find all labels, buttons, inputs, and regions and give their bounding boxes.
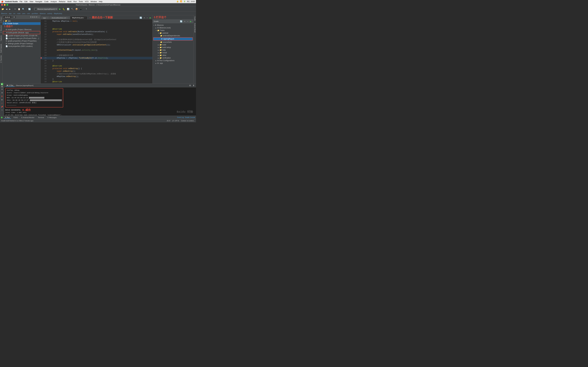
breadcrumb-mapactivity[interactable]: MapActivity (54, 13, 62, 14)
tab-app[interactable]: app × (41, 17, 49, 19)
bottom-terminal-btn[interactable]: Terminal (37, 116, 45, 119)
tree-item-build-gradle-module[interactable]: ⚙ build.gradle (Module: app) (3, 31, 40, 34)
console-close-btn[interactable]: × (1, 102, 3, 105)
breadcrumb-app[interactable]: app (9, 13, 12, 14)
tree-item-gradle-scripts[interactable]: ▼ ⚙ Gradle Scripts (3, 22, 41, 25)
console-clear-btn[interactable]: 🗑 (0, 95, 3, 98)
bottom-run-btn[interactable]: 4: Run (4, 116, 11, 119)
breadcrumb-bbwnzw2[interactable]: bbwnzw (40, 13, 46, 14)
toolbar-cut-btn[interactable]: ✂ (14, 8, 17, 10)
structure-toggle[interactable]: ⊕ (12, 16, 16, 18)
captures-tab-label[interactable]: Captures (0, 34, 2, 42)
console-pin-btn[interactable]: 📌 (0, 106, 4, 108)
toolbar-sync-btn[interactable]: 🔄 (28, 8, 31, 10)
menu-run[interactable]: Run (74, 0, 77, 3)
gradle-item-sourcesets[interactable]: 📁 sourceSets (153, 41, 193, 43)
breadcrumb-src[interactable]: src (13, 13, 16, 14)
help-btn[interactable]: ? (85, 8, 88, 10)
favorites-tab-label[interactable]: 2: Favorites (0, 54, 2, 64)
menu-edit[interactable]: Edit (24, 0, 27, 3)
project-tab-label[interactable]: 1: Project (0, 15, 2, 24)
menu-view[interactable]: View (30, 0, 33, 3)
menu-code[interactable]: Code (44, 0, 49, 3)
tree-item-settings-gradle[interactable]: ⚙ settings.gradle (Project Settings) (3, 42, 41, 45)
close-button[interactable] (1, 4, 3, 6)
editor-minus-btn[interactable]: − (146, 16, 148, 19)
toolbar-search-btn[interactable]: 🔍 (22, 8, 25, 10)
tree-item-gradle-wrapper[interactable]: 📄 gradle-wrapper.properties (Gradle Wr..… (3, 34, 41, 37)
gradle-item-install[interactable]: ▶ 📁 install (153, 51, 193, 54)
gradle-item-verification[interactable]: ▶ 📁 verification (153, 57, 193, 59)
editor-refresh-btn[interactable]: 🔄 (139, 16, 143, 19)
menu-tools[interactable]: Tools (79, 0, 83, 3)
minimize-button[interactable] (4, 4, 6, 6)
panel-gear-icon[interactable]: ⚙ (36, 16, 37, 18)
build-variants-tab-label[interactable]: Build Variants (0, 42, 2, 54)
event-log-link[interactable]: Event Log (177, 117, 184, 118)
gradle-item-build[interactable]: ▶ 📁 build (153, 43, 193, 46)
toolbar-back-btn[interactable]: ◀ (5, 8, 8, 10)
maximize-button[interactable] (7, 4, 8, 6)
menu-file[interactable]: File (20, 0, 22, 3)
menu-refactor[interactable]: Refactor (59, 0, 65, 3)
tree-item-build-gradle-project[interactable]: ⚙ build.gradle (Project: Bbwnzw) (3, 28, 41, 31)
gradle-item-bbwnzw[interactable]: ▼ ⚙ Bbwnzw (153, 24, 193, 26)
gradle-item-run-configs[interactable]: ▶ ⚙ Run Configurations (153, 59, 193, 62)
tab-close-icon[interactable]: × (47, 17, 48, 19)
debug-btn[interactable]: 🐛 (62, 8, 66, 10)
sdk-manager-btn[interactable]: 📦 (75, 8, 78, 10)
gradle-minus-btn[interactable]: − (187, 20, 189, 23)
android-model-tab-label[interactable]: Android Model (194, 22, 196, 34)
breadcrumb-activity[interactable]: activity (47, 13, 52, 14)
gradle-item-android-deps[interactable]: 📁 androidDependencies (153, 34, 193, 37)
bottom-monitor-btn[interactable]: 6: Android Monitor (20, 116, 36, 119)
menu-analyze[interactable]: Analyze (51, 0, 57, 3)
menu-vcs[interactable]: VCS (85, 0, 89, 3)
bottom-todo-btn[interactable]: TODO (12, 116, 19, 119)
gradle-item-help[interactable]: ▶ 📁 help (153, 49, 193, 51)
tab-close-icon[interactable]: × (84, 17, 85, 19)
menu-build[interactable]: Build (68, 0, 72, 3)
structure-tab-label[interactable]: 2: Structure (0, 24, 2, 34)
gradle-item-tasks[interactable]: ▼ 📁 Tasks (153, 29, 193, 32)
coverage-btn[interactable]: 📊 (66, 8, 70, 10)
toolbar-forward-btn[interactable]: ▶ (8, 8, 11, 10)
editor-run-icon[interactable]: ▶ (149, 16, 152, 19)
gradle-refresh-btn[interactable]: 🔄 (179, 20, 183, 23)
panel-expand-icon[interactable]: ⊞ (32, 16, 33, 18)
tab-close-icon[interactable]: × (67, 17, 68, 19)
gradle-item-android[interactable]: ▼ 📁 android (153, 32, 193, 34)
gradle-item-build-setup[interactable]: ▶ 📁 build setup (153, 46, 193, 49)
panel-more-icon[interactable]: — (38, 16, 40, 18)
breadcrumb-bbwnzw[interactable]: Bbwnzw (1, 13, 7, 14)
menu-navigate[interactable]: Navigate (35, 0, 42, 3)
gradle-item-app[interactable]: ▶ ⚙ :app (153, 62, 193, 65)
gradle-tab-label[interactable]: Gradle (194, 15, 196, 22)
console-filter-btn[interactable]: ⚙ (0, 99, 3, 101)
breadcrumb-gxzhitian[interactable]: gxzhitian (32, 13, 38, 14)
gradle-item-bbwnzw-root[interactable]: ▶ ⚙ Bbwnzw (root) (153, 26, 193, 29)
gradle-run-btn[interactable]: ▶ (189, 20, 192, 23)
signing-report-dropdown[interactable]: 📱 Bbwnzw [signingReport] ▼ (34, 8, 58, 10)
tab-mapactivity[interactable]: MapActivity.java × (70, 16, 87, 19)
gradle-item-other[interactable]: ▶ 📁 other (153, 54, 193, 57)
breadcrumb-java[interactable]: java (22, 13, 25, 14)
tree-item-local-properties[interactable]: 📄 local.properties (SDK Location) (3, 45, 41, 48)
tree-item-gradle-properties[interactable]: ⚙ gradle.properties (Project Properties) (3, 40, 41, 42)
tab-androidmanifest[interactable]: AndroidManifest.xml × (50, 17, 70, 19)
menu-window[interactable]: Window (90, 0, 97, 3)
console-scroll-btn[interactable]: ⬇ (192, 84, 195, 87)
bottom-messages-btn[interactable]: 0: Messages (46, 116, 58, 119)
apple-menu[interactable]: 🍎 (1, 0, 3, 3)
console-up-btn[interactable]: ⬆ (1, 88, 3, 91)
gradle-console-link[interactable]: Gradle Console (185, 117, 195, 118)
console-question-btn[interactable]: ? (1, 109, 3, 112)
console-down-btn[interactable]: ⬇ (1, 92, 3, 94)
gradle-item-signing-report[interactable]: ⚙ signingReport (154, 38, 193, 40)
build-btn[interactable]: 🔨 (71, 8, 74, 10)
breadcrumb-com[interactable]: com (27, 13, 30, 14)
menu-help[interactable]: Help (99, 0, 103, 3)
gradle-plus-btn[interactable]: + (184, 20, 186, 23)
tree-item-proguard[interactable]: 📄 proguard-rules.pro (ProGuard Rules ...… (3, 37, 41, 40)
breadcrumb-main[interactable]: main (17, 13, 21, 14)
